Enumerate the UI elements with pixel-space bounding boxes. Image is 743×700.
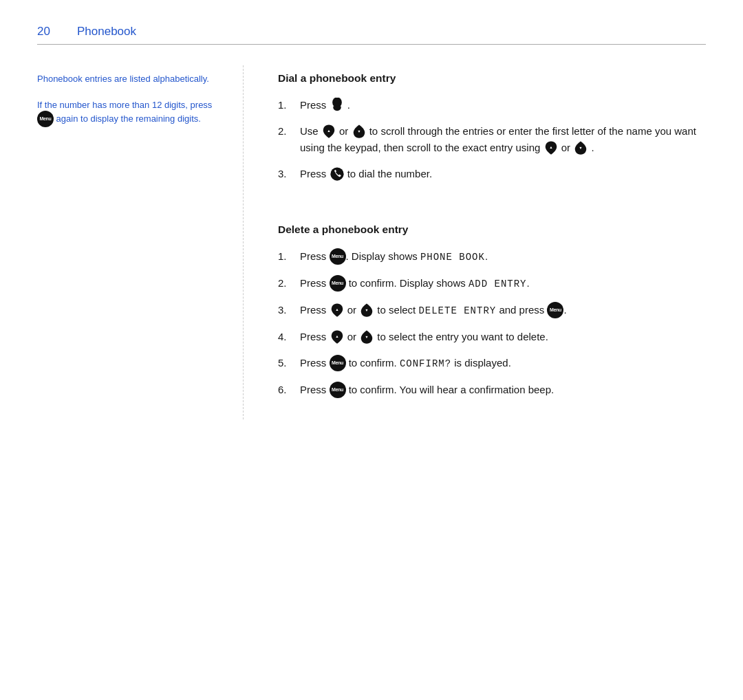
display-delete-entry: DELETE ENTRY [418,305,496,316]
menu-icon-d2: Menu [330,275,346,292]
delete-section: Delete a phonebook entry 1. Press Menu. … [278,223,706,399]
page-number: 20 [37,25,58,39]
delete-step-2: 2. Press Menu to confirm. Display shows … [278,275,706,292]
down-icon-d3: ▼ [359,303,374,318]
menu-icon-sidebar: Menu [37,111,54,127]
menu-icon-d5: Menu [330,355,346,371]
delete-step-1: 1. Press Menu. Display shows PHONE BOOK. [278,248,706,265]
call-icon [330,166,345,182]
step-num-d6: 6. [278,382,297,397]
delete-step-3: 3. Press ▲ or ▼ to [278,302,706,319]
main-content: Dial a phonebook entry 1. Press [244,65,706,419]
dial-step-2: 2. Use ▲ or ▼ to sc [278,123,706,156]
display-add-entry: ADD ENTRY [469,278,527,289]
sidebar-note-2: If the number has more than 12 digits, p… [37,98,222,129]
sidebar-note-1: Phonebook entries are listed alphabetica… [37,72,222,86]
step-text-d1: Press Menu. Display shows PHONE BOOK. [300,248,706,265]
up-icon-2: ▲ [543,140,559,155]
step-text-2: Use ▲ or ▼ to scroll through the entries… [300,123,706,156]
delete-steps-list: 1. Press Menu. Display shows PHONE BOOK.… [278,248,706,399]
delete-step-4: 4. Press ▲ or ▼ to [278,329,706,345]
step-text-d4: Press ▲ or ▼ to select the entry you wan… [300,329,706,345]
down-icon-2: ▼ [573,140,588,155]
step-text-1: Press . [300,97,706,113]
display-confirm: CONFIRM? [400,358,451,369]
step-text-d3: Press ▲ or ▼ to select DELETE ENTRY and … [300,302,706,319]
delete-step-6: 6. Press Menu to confirm. You will hear … [278,382,706,399]
page-header: 20 Phonebook [0,0,743,39]
step-num-d3: 3. [278,302,297,318]
section-gap [278,203,706,217]
step-text-3: Press to dial the number. [300,166,706,182]
content-area: Phonebook entries are listed alphabetica… [0,45,743,440]
page: 20 Phonebook Phonebook entries are liste… [0,0,743,700]
svg-text:▲: ▲ [335,334,338,338]
display-phone-book: PHONE BOOK [420,252,485,263]
step-num-3: 3. [278,166,297,182]
step-num-d1: 1. [278,248,297,264]
down-icon-d4: ▼ [359,329,374,344]
step-num-d2: 2. [278,275,297,291]
step-text-d2: Press Menu to confirm. Display shows ADD… [300,275,706,292]
step-text-d5: Press Menu to confirm. CONFIRM? is displ… [300,355,706,372]
up-icon-1: ▲ [321,124,336,139]
step-num-1: 1. [278,97,297,113]
svg-text:▼: ▼ [579,146,583,150]
dial-step-3: 3. Press to dial the number. [278,166,706,182]
dial-steps-list: 1. Press . [278,97,706,182]
down-icon-1: ▼ [352,124,367,139]
step-num-2: 2. [278,123,297,139]
svg-text:▼: ▼ [357,129,360,133]
delete-section-title: Delete a phonebook entry [278,223,706,236]
svg-text:▼: ▼ [365,308,368,312]
dial-step-1: 1. Press . [278,97,706,113]
step-num-d5: 5. [278,355,297,371]
step-text-d6: Press Menu to confirm. You will hear a c… [300,382,706,399]
svg-text:▲: ▲ [327,129,330,133]
delete-step-5: 5. Press Menu to confirm. CONFIRM? is di… [278,355,706,372]
up-icon-d4: ▲ [330,329,345,344]
svg-text:▼: ▼ [365,335,368,339]
sidebar: Phonebook entries are listed alphabetica… [37,65,244,419]
dial-section-title: Dial a phonebook entry [278,72,706,85]
menu-icon-d6: Menu [330,382,346,398]
page-title: Phonebook [77,25,136,39]
svg-text:▲: ▲ [549,145,552,149]
menu-icon-d1: Menu [330,248,346,265]
phone-icon-1 [330,98,345,113]
step-num-d4: 4. [278,329,297,344]
dial-section: Dial a phonebook entry 1. Press [278,72,706,182]
menu-icon-d3: Menu [547,302,563,318]
svg-text:▲: ▲ [335,307,338,311]
up-icon-d3: ▲ [330,303,345,318]
